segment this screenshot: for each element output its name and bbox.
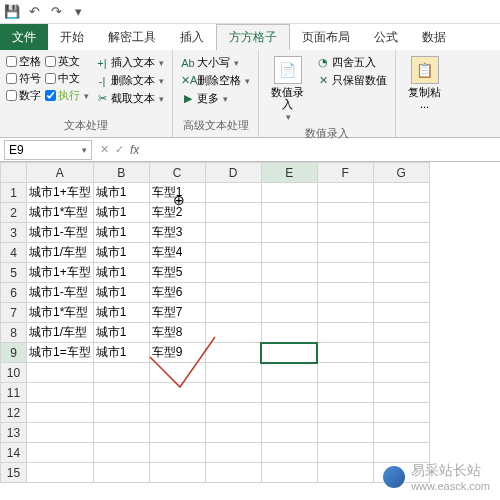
cell[interactable] (261, 383, 317, 403)
cell[interactable]: 城市1 (93, 323, 149, 343)
cancel-icon[interactable]: ✕ (100, 143, 109, 156)
chk-space[interactable]: 空格 (6, 54, 41, 69)
cell[interactable]: 车型3 (149, 223, 205, 243)
cell[interactable] (149, 363, 205, 383)
cell[interactable] (317, 383, 373, 403)
btn-case[interactable]: Ab大小写▾ (179, 54, 252, 71)
cell[interactable] (205, 343, 261, 363)
cell[interactable] (205, 263, 261, 283)
cell[interactable] (317, 223, 373, 243)
chk-symbol[interactable]: 符号 (6, 71, 41, 86)
cell[interactable] (205, 463, 261, 483)
cell[interactable]: 城市1 (93, 343, 149, 363)
col-header[interactable]: E (261, 163, 317, 183)
tab-tool[interactable]: 解密工具 (96, 24, 168, 50)
cell[interactable]: 城市1 (93, 243, 149, 263)
cell[interactable] (93, 403, 149, 423)
cell[interactable] (373, 343, 429, 363)
cell[interactable] (261, 223, 317, 243)
cell[interactable] (373, 263, 429, 283)
cell[interactable] (317, 183, 373, 203)
cell[interactable] (93, 383, 149, 403)
cell[interactable] (205, 183, 261, 203)
cell[interactable] (261, 243, 317, 263)
cell[interactable] (27, 463, 94, 483)
cell[interactable] (373, 443, 429, 463)
row-header[interactable]: 3 (1, 223, 27, 243)
cell[interactable] (373, 423, 429, 443)
cell[interactable]: 城市1 (93, 183, 149, 203)
btn-keepnum[interactable]: ✕只保留数值 (314, 72, 389, 89)
btn-delete-text[interactable]: -|删除文本▾ (93, 72, 166, 89)
cell[interactable] (93, 463, 149, 483)
col-header[interactable]: C (149, 163, 205, 183)
cell[interactable] (317, 283, 373, 303)
btn-cut-text[interactable]: ✂截取文本▾ (93, 90, 166, 107)
cell[interactable] (261, 423, 317, 443)
chk-en[interactable]: 英文 (45, 54, 89, 69)
cell[interactable] (149, 383, 205, 403)
cell[interactable] (373, 383, 429, 403)
cell[interactable]: 城市1 (93, 203, 149, 223)
cell[interactable] (27, 403, 94, 423)
cell[interactable]: 城市1*车型 (27, 303, 94, 323)
cell[interactable] (27, 383, 94, 403)
cell[interactable]: 车型2 (149, 203, 205, 223)
cell[interactable] (205, 203, 261, 223)
cell[interactable] (27, 443, 94, 463)
cell[interactable]: 城市1/车型 (27, 243, 94, 263)
cell[interactable] (93, 443, 149, 463)
cell[interactable] (261, 283, 317, 303)
row-header[interactable]: 10 (1, 363, 27, 383)
cell[interactable]: 城市1/车型 (27, 323, 94, 343)
enter-icon[interactable]: ✓ (115, 143, 124, 156)
cell[interactable] (373, 223, 429, 243)
row-header[interactable]: 8 (1, 323, 27, 343)
btn-num-input[interactable]: 📄 数值录 入▾ (265, 54, 310, 124)
cell[interactable] (373, 323, 429, 343)
cell[interactable]: 城市1 (93, 303, 149, 323)
tab-layout[interactable]: 页面布局 (290, 24, 362, 50)
row-header[interactable]: 7 (1, 303, 27, 323)
col-header[interactable]: G (373, 163, 429, 183)
cell[interactable]: 城市1 (93, 223, 149, 243)
cell[interactable] (373, 283, 429, 303)
cell[interactable] (205, 443, 261, 463)
tab-file[interactable]: 文件 (0, 24, 48, 50)
qat-more-icon[interactable]: ▾ (70, 4, 86, 20)
cell[interactable] (93, 423, 149, 443)
cell[interactable] (261, 303, 317, 323)
cell[interactable]: 车型1 (149, 183, 205, 203)
cell[interactable]: 车型8 (149, 323, 205, 343)
cell[interactable] (373, 203, 429, 223)
cell[interactable] (261, 203, 317, 223)
row-header[interactable]: 15 (1, 463, 27, 483)
row-header[interactable]: 11 (1, 383, 27, 403)
cell[interactable] (149, 463, 205, 483)
cell[interactable] (261, 263, 317, 283)
row-header[interactable]: 14 (1, 443, 27, 463)
cell[interactable]: 城市1-车型 (27, 223, 94, 243)
cell[interactable] (317, 363, 373, 383)
cell[interactable] (317, 303, 373, 323)
cell[interactable] (373, 183, 429, 203)
cell[interactable] (27, 423, 94, 443)
cell[interactable] (205, 383, 261, 403)
formula-input[interactable] (145, 140, 496, 160)
cell[interactable]: 城市1+车型 (27, 183, 94, 203)
cell[interactable] (317, 463, 373, 483)
tab-insert[interactable]: 插入 (168, 24, 216, 50)
cell[interactable]: 城市1+车型 (27, 263, 94, 283)
cell[interactable]: 城市1-车型 (27, 283, 94, 303)
row-header[interactable]: 6 (1, 283, 27, 303)
cell[interactable]: 车型7 (149, 303, 205, 323)
cell[interactable] (149, 423, 205, 443)
row-header[interactable]: 5 (1, 263, 27, 283)
undo-icon[interactable]: ↶ (26, 4, 42, 20)
cell[interactable] (261, 343, 317, 363)
cell[interactable] (205, 323, 261, 343)
cell[interactable] (261, 363, 317, 383)
cell[interactable] (205, 403, 261, 423)
chk-exec[interactable]: 执行▾ (45, 88, 89, 103)
cell[interactable]: 城市1 (93, 263, 149, 283)
